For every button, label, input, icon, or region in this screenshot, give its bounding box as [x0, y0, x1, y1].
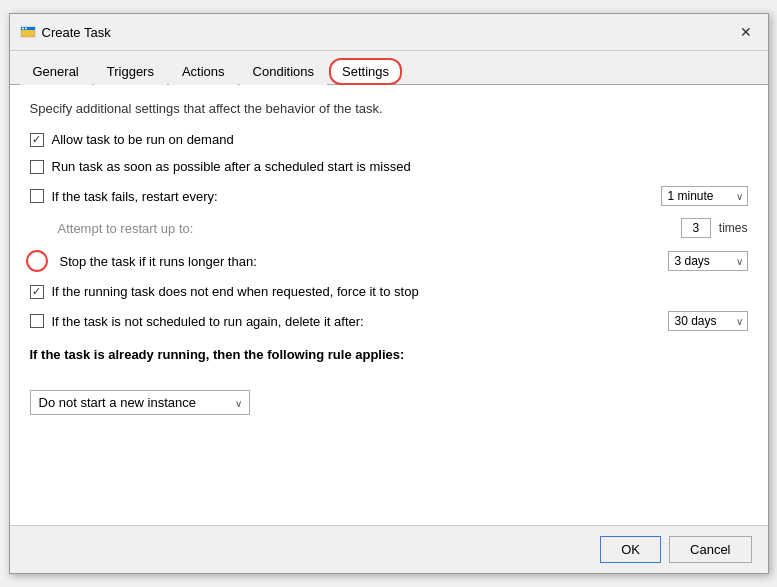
stop-long-checkbox[interactable]	[26, 250, 48, 272]
window-icon	[20, 24, 36, 40]
instance-dropdown-container: Do not start a new instance Run a new in…	[30, 390, 250, 415]
restart-fail-row: If the task fails, restart every: 1 minu…	[30, 186, 748, 206]
force-stop-label: If the running task does not end when re…	[52, 284, 419, 299]
delete-after-dropdown-wrapper: 30 days 60 days 90 days	[668, 311, 748, 331]
stop-long-label: Stop the task if it runs longer than:	[60, 254, 257, 269]
attempt-restart-row: Attempt to restart up to: times	[30, 218, 748, 238]
tab-settings[interactable]: Settings	[329, 58, 402, 85]
allow-demand-label: Allow task to be run on demand	[52, 132, 234, 147]
title-bar-left: Create Task	[20, 24, 111, 40]
run-missed-label: Run task as soon as possible after a sch…	[52, 159, 411, 174]
svg-point-3	[25, 28, 27, 30]
tab-bar: General Triggers Actions Conditions Sett…	[10, 51, 768, 85]
window-title: Create Task	[42, 25, 111, 40]
ok-button[interactable]: OK	[600, 536, 661, 563]
allow-demand-checkbox[interactable]	[30, 133, 44, 147]
close-button[interactable]: ✕	[734, 20, 758, 44]
restart-interval-wrapper: 1 minute 5 minutes 10 minutes	[661, 186, 748, 206]
run-missed-checkbox[interactable]	[30, 160, 44, 174]
tab-actions[interactable]: Actions	[169, 58, 238, 85]
allow-demand-row: Allow task to be run on demand	[30, 132, 748, 147]
tab-general[interactable]: General	[20, 58, 92, 85]
settings-description: Specify additional settings that affect …	[30, 101, 748, 116]
allow-demand-checkbox-wrapper: Allow task to be run on demand	[30, 132, 234, 147]
force-stop-row: If the running task does not end when re…	[30, 284, 748, 299]
stop-long-dropdown[interactable]: 3 days 1 hour 1 day	[668, 251, 748, 271]
attempt-restart-wrapper: times	[681, 218, 748, 238]
attempt-count-input[interactable]	[681, 218, 711, 238]
dialog-footer: OK Cancel	[10, 525, 768, 573]
stop-long-dropdown-container: 3 days 1 hour 1 day	[668, 251, 748, 271]
delete-after-row: If the task is not scheduled to run agai…	[30, 311, 748, 331]
tab-conditions[interactable]: Conditions	[240, 58, 327, 85]
delete-after-checkbox-wrapper: If the task is not scheduled to run agai…	[30, 314, 364, 329]
delete-after-checkbox[interactable]	[30, 314, 44, 328]
instance-dropdown-row: Do not start a new instance Run a new in…	[30, 384, 748, 415]
tab-triggers[interactable]: Triggers	[94, 58, 167, 85]
stop-long-checkbox-wrapper: Stop the task if it runs longer than:	[30, 250, 257, 272]
times-label: times	[719, 221, 748, 235]
restart-interval-dropdown-container: 1 minute 5 minutes 10 minutes	[661, 186, 748, 206]
stop-long-row: Stop the task if it runs longer than: 3 …	[30, 250, 748, 272]
settings-content: Specify additional settings that affect …	[10, 85, 768, 525]
instance-dropdown[interactable]: Do not start a new instance Run a new in…	[30, 390, 250, 415]
run-missed-checkbox-wrapper: Run task as soon as possible after a sch…	[30, 159, 411, 174]
delete-after-dropdown-container: 30 days 60 days 90 days	[668, 311, 748, 331]
stop-long-dropdown-wrapper: 3 days 1 hour 1 day	[668, 251, 748, 271]
delete-after-dropdown[interactable]: 30 days 60 days 90 days	[668, 311, 748, 331]
force-stop-checkbox[interactable]	[30, 285, 44, 299]
restart-fail-checkbox-wrapper: If the task fails, restart every:	[30, 189, 218, 204]
attempt-restart-label: Attempt to restart up to:	[58, 221, 194, 236]
title-bar: Create Task ✕	[10, 14, 768, 51]
run-missed-row: Run task as soon as possible after a sch…	[30, 159, 748, 174]
restart-interval-dropdown[interactable]: 1 minute 5 minutes 10 minutes	[661, 186, 748, 206]
rule-label: If the task is already running, then the…	[30, 347, 405, 362]
create-task-window: Create Task ✕ General Triggers Actions C…	[9, 13, 769, 574]
delete-after-label: If the task is not scheduled to run agai…	[52, 314, 364, 329]
force-stop-checkbox-wrapper: If the running task does not end when re…	[30, 284, 419, 299]
cancel-button[interactable]: Cancel	[669, 536, 751, 563]
restart-fail-checkbox[interactable]	[30, 189, 44, 203]
rule-label-row: If the task is already running, then the…	[30, 343, 748, 372]
restart-fail-label: If the task fails, restart every:	[52, 189, 218, 204]
svg-point-2	[22, 28, 24, 30]
